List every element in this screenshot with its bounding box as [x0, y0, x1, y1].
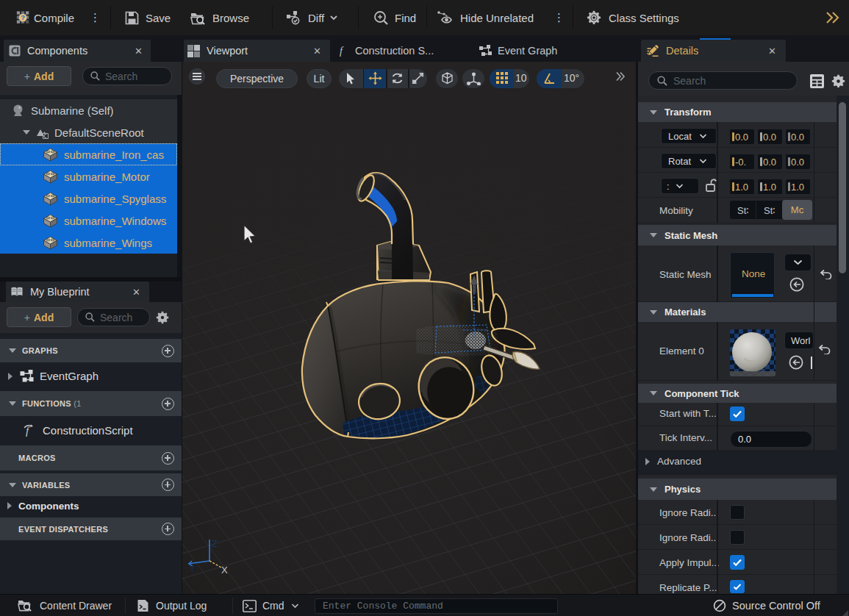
svg-text:?: ?	[21, 13, 25, 21]
svg-text:f: f	[26, 425, 30, 437]
svg-text:X: X	[221, 565, 228, 576]
svg-text:Y: Y	[190, 565, 196, 573]
svg-text:Z: Z	[212, 538, 218, 549]
svg-text:f: f	[340, 46, 344, 57]
